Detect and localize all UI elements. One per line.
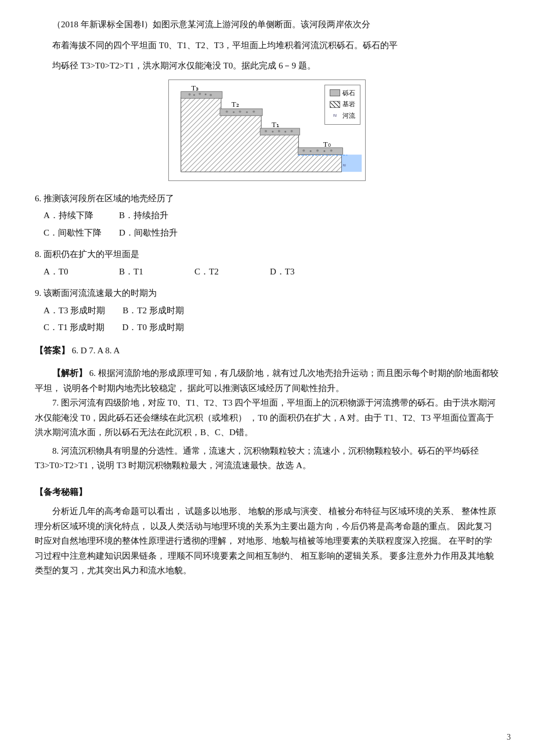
- svg-point-34: [323, 150, 325, 152]
- diagram-container: T₃ T₂ T₁ T₀ ≈: [35, 79, 499, 181]
- q6-options2: C．间歇性下降 D．间歇性抬升: [35, 226, 499, 241]
- svg-point-18: [199, 92, 201, 95]
- svg-point-28: [278, 130, 280, 132]
- page-content: （2018 年新课标全国卷Ⅰ）如图示意某河流上游河段的单侧断面。该河段两岸依次分…: [35, 17, 499, 578]
- page-number: 3: [507, 730, 511, 744]
- svg-point-19: [205, 93, 207, 95]
- svg-point-31: [302, 149, 305, 151]
- svg-point-32: [310, 150, 312, 152]
- analysis-section: 【解析】 6. 根据河流阶地的形成原理可知，有几级阶地，就有过几次地壳抬升运动；…: [35, 366, 499, 473]
- svg-text:T₃: T₃: [192, 84, 199, 92]
- svg-point-29: [284, 131, 286, 132]
- analysis-item7: 7. 图示河流有四级阶地，对应 T0、T1、T2、T3 四个平坦面，平坦面上的沉…: [35, 396, 499, 440]
- svg-point-20: [210, 93, 212, 96]
- beikao-section: 【备考秘籍】 分析近几年的高考命题可以看出， 试题多以地形、 地貌的形成与演变、…: [35, 485, 499, 578]
- legend-box: 砾石 基岩 ≈ 河流: [324, 85, 360, 125]
- q8-optB: B．T1: [119, 265, 177, 280]
- q6-options: A．持续下降 B．持续抬升: [35, 208, 499, 223]
- q9-optC: C．T1 形成时期: [44, 320, 104, 335]
- q6-optC: C．间歇性下降: [44, 226, 102, 241]
- svg-point-35: [330, 149, 333, 151]
- q9-options-row2: C．T1 形成时期 D．T0 形成时期: [35, 320, 499, 335]
- intro-line2: 布着海拔不同的四个平坦面 T0、T1、T2、T3，平坦面上均堆积着河流沉积砾石。…: [35, 38, 499, 53]
- svg-point-25: [252, 110, 255, 113]
- q8-options: A．T0 B．T1 C．T2 D．T3: [35, 265, 499, 280]
- svg-point-21: [226, 110, 228, 113]
- q8-optA: A．T0: [44, 265, 102, 280]
- q6-optB: B．持续抬升: [119, 208, 177, 223]
- svg-text:≈: ≈: [342, 162, 346, 168]
- legend-gravel: 砾石: [330, 88, 355, 99]
- svg-point-23: [239, 110, 241, 113]
- svg-rect-5: [181, 91, 222, 98]
- q8-optD: D．T3: [270, 265, 328, 280]
- question-8: 8. 面积仍在扩大的平坦面是 A．T0 B．T1 C．T2 D．T3: [35, 247, 499, 279]
- diagram-box: T₃ T₂ T₁ T₀ ≈: [168, 79, 366, 181]
- answer-line: 【答案】 6. D 7. A 8. A: [35, 343, 499, 359]
- q6-optD: D．间歇性抬升: [119, 226, 178, 241]
- beikao-title: 【备考秘籍】: [35, 485, 499, 500]
- svg-point-17: [193, 94, 195, 96]
- q6-text: 6. 推测该河段所在区域的地壳经历了: [35, 191, 499, 207]
- svg-point-27: [272, 131, 273, 132]
- svg-point-24: [246, 111, 248, 113]
- answer-section: 【答案】 6. D 7. A 8. A: [35, 343, 499, 359]
- svg-point-30: [291, 130, 293, 132]
- q9-optA: A．T3 形成时期: [44, 303, 105, 319]
- analysis-title-line: 【解析】 6. 根据河流阶地的形成原理可知，有几级阶地，就有过几次地壳抬升运动；…: [35, 366, 499, 396]
- svg-text:T₁: T₁: [272, 121, 279, 129]
- question-6: 6. 推测该河段所在区域的地壳经历了 A．持续下降 B．持续抬升 C．间歇性下降…: [35, 191, 499, 241]
- intro-line3: 均砾径 T3>T0>T2>T1，洪水期河水仅能淹没 T0。据此完成 6－9 题。: [35, 59, 499, 74]
- q9-optD: D．T0 形成时期: [122, 320, 183, 335]
- q6-optA: A．持续下降: [44, 208, 102, 223]
- svg-text:T₀: T₀: [323, 140, 331, 148]
- q8-optC: C．T2: [194, 265, 252, 280]
- q9-options-row1: A．T3 形成时期 B．T2 形成时期: [35, 303, 499, 319]
- analysis-item8: 8. 河流沉积物具有明显的分选性。通常，流速大，沉积物颗粒较大；流速小，沉积物颗…: [35, 444, 499, 473]
- svg-point-33: [316, 149, 319, 151]
- q9-text: 9. 该断面河流流速最大的时期为: [35, 286, 499, 301]
- svg-text:T₂: T₂: [232, 100, 239, 108]
- svg-point-22: [233, 111, 234, 113]
- intro-line1: （2018 年新课标全国卷Ⅰ）如图示意某河流上游河段的单侧断面。该河段两岸依次分: [35, 17, 499, 32]
- legend-river: ≈ 河流: [330, 110, 355, 122]
- beikao-text: 分析近几年的高考命题可以看出， 试题多以地形、 地貌的形成与演变、 植被分布特征…: [35, 504, 499, 578]
- question-9: 9. 该断面河流流速最大的时期为 A．T3 形成时期 B．T2 形成时期 C．T…: [35, 286, 499, 335]
- legend-bedrock: 基岩: [330, 99, 355, 110]
- q9-optB: B．T2 形成时期: [122, 303, 183, 319]
- q8-text: 8. 面积仍在扩大的平坦面是: [35, 247, 499, 262]
- svg-point-26: [265, 130, 267, 132]
- svg-point-16: [189, 93, 191, 95]
